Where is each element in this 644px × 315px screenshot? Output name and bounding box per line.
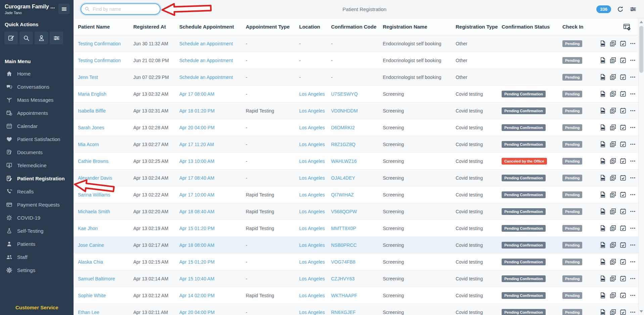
confirmation-code-link[interactable]: MMTT8X0P (331, 226, 356, 231)
schedule-appointment-link[interactable]: Apr 18 08:40 AM (179, 209, 214, 214)
location-link[interactable]: Los Angeles (299, 242, 325, 248)
location-link[interactable]: Los Angeles (299, 91, 325, 97)
patient-name-link[interactable]: Cathie Browns (78, 159, 108, 164)
confirmation-code-link[interactable]: VOG74FB8 (331, 259, 355, 265)
filters-button[interactable] (630, 6, 637, 13)
transfer-forms-icon[interactable] (609, 292, 616, 299)
pdf-file-icon[interactable]: PDF (599, 74, 606, 81)
more-options-icon[interactable] (630, 141, 636, 147)
transfer-forms-icon[interactable] (609, 158, 616, 165)
sidebar-item-covid-19[interactable]: COVID-19 (0, 211, 74, 224)
patient-name-link[interactable]: Jose Canine (78, 242, 104, 248)
transfer-forms-icon[interactable] (609, 107, 616, 114)
more-options-icon[interactable] (630, 208, 636, 215)
transfer-forms-icon[interactable] (609, 225, 616, 232)
patient-name-link[interactable]: Alexander Davis (78, 175, 112, 181)
patient-name-link[interactable]: Mia Acorn (78, 142, 99, 147)
patient-name-link[interactable]: Testing Confirmation (78, 41, 121, 46)
transfer-forms-icon[interactable] (609, 57, 616, 64)
schedule-appointment-link[interactable]: Schedule an Appointment (179, 58, 233, 63)
transfer-forms-icon[interactable] (609, 208, 616, 215)
schedule-appointment-link[interactable]: Apr 15 10:40 AM (179, 276, 214, 281)
sidebar-item-payment-requests[interactable]: Payment Requests (0, 198, 74, 211)
refresh-button[interactable] (617, 6, 624, 13)
schedule-appointment-link[interactable]: Apr 17 11:20 AM (179, 142, 214, 147)
confirmation-code-link[interactable]: QI7WIHAZ (331, 192, 354, 197)
confirmation-code-link[interactable]: R8Z1GZ8Q (331, 142, 355, 147)
pdf-file-icon[interactable]: PDF (599, 191, 606, 198)
more-options-icon[interactable] (630, 275, 636, 282)
calendar-check-icon[interactable] (619, 225, 627, 232)
vertical-scrollbar[interactable] (638, 18, 644, 315)
transfer-forms-icon[interactable] (609, 309, 616, 315)
schedule-appointment-link[interactable]: Apr 17 08:40 AM (179, 175, 214, 181)
pdf-file-icon[interactable]: PDF (599, 107, 606, 114)
sidebar-item-settings[interactable]: Settings (0, 264, 74, 277)
location-link[interactable]: Los Angeles (299, 125, 325, 130)
calendar-check-icon[interactable] (619, 309, 627, 315)
scrollbar-down-arrow[interactable] (640, 310, 643, 313)
confirmation-code-link[interactable]: U7SESWYQ (331, 91, 358, 97)
schedule-appointment-link[interactable]: Apr 20 04:00 PM (179, 125, 215, 130)
pdf-file-icon[interactable]: PDF (599, 124, 606, 131)
calendar-check-icon[interactable] (619, 74, 627, 81)
pdf-file-icon[interactable]: PDF (599, 57, 606, 64)
patient-name-link[interactable]: Sarah Jones (78, 125, 104, 130)
schedule-appointment-link[interactable]: Apr 15 01:20 PM (179, 226, 215, 231)
calendar-check-icon[interactable] (619, 275, 627, 282)
sidebar-item-telemedicine[interactable]: Telemedicine (0, 159, 74, 172)
pdf-file-icon[interactable]: PDF (599, 275, 606, 282)
location-link[interactable]: Los Angeles (299, 226, 325, 231)
calendar-check-icon[interactable] (619, 57, 627, 64)
more-options-icon[interactable] (630, 91, 636, 97)
pdf-file-icon[interactable]: PDF (599, 292, 606, 299)
transfer-forms-icon[interactable] (609, 40, 616, 47)
calendar-check-icon[interactable] (619, 107, 627, 114)
add-patient-button[interactable] (35, 32, 48, 44)
calendar-check-icon[interactable] (619, 258, 627, 265)
patient-name-link[interactable]: Sophie White (78, 293, 106, 298)
confirmation-code-link[interactable]: WKTHAAPF (331, 293, 357, 298)
more-options-icon[interactable] (630, 74, 636, 80)
pdf-file-icon[interactable]: PDF (599, 309, 606, 315)
hamburger-menu-button[interactable] (58, 4, 70, 14)
sidebar-item-recalls[interactable]: Recalls (0, 185, 74, 198)
patient-name-link[interactable]: Jenn Test (78, 75, 98, 80)
search-button[interactable] (19, 32, 33, 44)
more-options-icon[interactable] (630, 124, 636, 131)
schedule-appointment-link[interactable]: Schedule an Appointment (179, 41, 233, 46)
pdf-file-icon[interactable]: PDF (599, 208, 606, 215)
transfer-forms-icon[interactable] (609, 174, 616, 181)
transfer-forms-icon[interactable] (609, 124, 616, 131)
more-options-icon[interactable] (630, 175, 636, 181)
schedule-appointment-link[interactable]: Apr 13 10:00 AM (179, 159, 214, 164)
calendar-check-icon[interactable] (619, 90, 627, 97)
more-options-icon[interactable] (630, 309, 636, 315)
pdf-file-icon[interactable]: PDF (599, 241, 606, 249)
confirmation-code-link[interactable]: D6DMRKI2 (331, 125, 355, 130)
more-options-icon[interactable] (630, 57, 636, 63)
location-link[interactable]: Los Angeles (299, 276, 325, 281)
schedule-appointment-link[interactable]: Apr 20 04:00 PM (179, 310, 215, 315)
more-options-icon[interactable] (630, 242, 636, 248)
patient-name-link[interactable]: Ethan Lee (78, 310, 99, 315)
pdf-file-icon[interactable]: PDF (599, 158, 606, 165)
schedule-appointment-link[interactable]: Apr 14 02:00 PM (179, 293, 215, 298)
calendar-check-icon[interactable] (619, 191, 627, 198)
location-link[interactable]: Los Angeles (299, 159, 325, 164)
patient-name-link[interactable]: Maria English (78, 91, 106, 97)
location-link[interactable]: Los Angeles (299, 310, 325, 315)
patient-name-link[interactable]: Testing Confirmation (78, 58, 121, 63)
more-options-icon[interactable] (630, 259, 636, 265)
transfer-forms-icon[interactable] (609, 141, 616, 148)
calendar-check-icon[interactable] (619, 124, 627, 131)
more-options-icon[interactable] (630, 107, 636, 114)
transfer-forms-icon[interactable] (609, 90, 616, 97)
calendar-check-icon[interactable] (619, 241, 627, 249)
patient-name-link[interactable]: Alaska Chia (78, 259, 103, 265)
transfer-forms-icon[interactable] (609, 275, 616, 282)
more-options-icon[interactable] (630, 158, 636, 164)
confirmation-code-link[interactable]: RN6XGJEF (331, 310, 356, 315)
sidebar-item-appointments[interactable]: Appointments (0, 106, 74, 120)
sidebar-item-self-testing[interactable]: Self-Testing (0, 224, 74, 237)
